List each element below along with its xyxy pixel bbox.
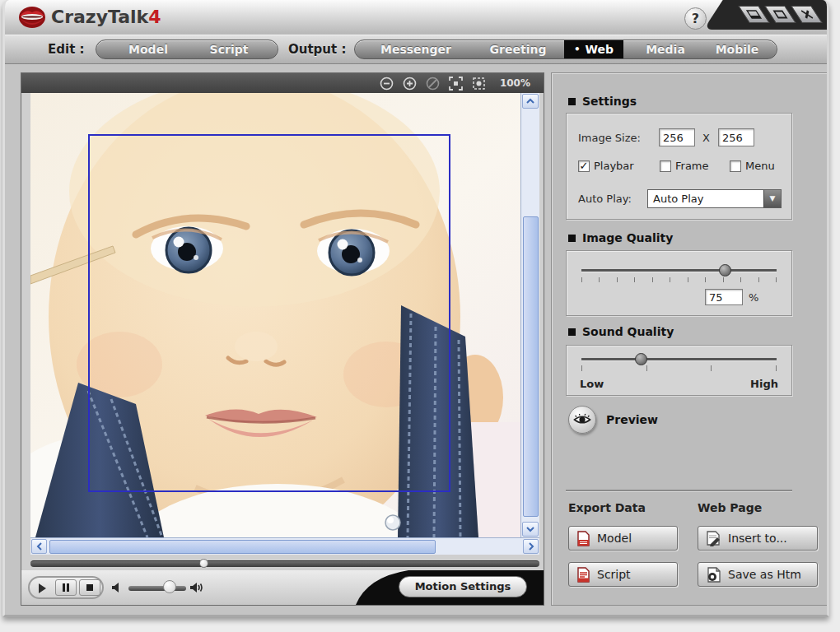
timeline-track[interactable]	[30, 560, 539, 567]
volume-low-icon[interactable]	[110, 580, 125, 595]
horizontal-scroll-thumb[interactable]	[49, 540, 436, 554]
image-height-input[interactable]	[718, 128, 754, 146]
play-icon	[37, 583, 47, 594]
zoom-out-icon[interactable]	[380, 77, 394, 91]
chevron-up-icon	[526, 98, 534, 105]
minimize-icon	[745, 10, 762, 19]
photo-canvas[interactable]	[30, 93, 520, 537]
volume-slider-handle[interactable]	[163, 580, 176, 593]
tab-greeting[interactable]: Greeting	[475, 40, 561, 58]
play-button[interactable]	[31, 580, 53, 597]
vertical-scroll-thumb[interactable]	[523, 216, 539, 517]
output-label: Output :	[288, 42, 346, 57]
transport-bar: Motion Settings	[21, 570, 544, 605]
checkbox-empty-icon	[660, 160, 671, 172]
tab-messenger[interactable]: Messenger	[366, 40, 465, 58]
playback-controls	[28, 576, 104, 599]
close-icon	[799, 10, 814, 19]
export-data-label: Export Data	[568, 501, 646, 514]
edit-label: Edit :	[48, 42, 85, 57]
maximize-button[interactable]	[764, 6, 796, 23]
sound-quality-slider-handle[interactable]	[635, 353, 647, 365]
scroll-left-button[interactable]	[31, 539, 47, 554]
volume-slider-track[interactable]	[128, 586, 186, 591]
tab-script[interactable]: Script	[192, 40, 266, 58]
vertical-scrollbar[interactable]	[520, 93, 539, 537]
motion-settings-button[interactable]: Motion Settings	[399, 576, 527, 597]
scroll-down-button[interactable]	[522, 522, 539, 537]
section-bullet-icon	[568, 328, 576, 336]
sound-quality-slider-track[interactable]	[581, 358, 777, 360]
stop-button[interactable]	[79, 579, 100, 596]
frame-checkbox[interactable]: Frame	[660, 160, 709, 172]
image-quality-group-box: %	[566, 250, 792, 316]
insert-to-button[interactable]: Insert to...	[698, 526, 818, 551]
zoom-in-icon[interactable]	[403, 77, 417, 91]
checkbox-empty-icon	[730, 160, 741, 172]
web-output-panel: Settings Image Size: X ✓ Playbar Frame M…	[551, 72, 829, 606]
image-quality-slider-handle[interactable]	[719, 264, 731, 276]
section-divider	[566, 490, 792, 491]
checkbox-check-icon: ✓	[578, 160, 590, 172]
sound-low-label: Low	[580, 378, 604, 390]
image-quality-value-input[interactable]	[705, 289, 743, 305]
zoom-disabled-icon[interactable]	[426, 77, 440, 91]
settings-section-header: Settings	[568, 95, 637, 108]
image-size-label: Image Size:	[578, 132, 641, 144]
playbar-checkbox[interactable]: ✓ Playbar	[578, 160, 634, 172]
preview-button[interactable]	[568, 406, 596, 434]
save-as-htm-button[interactable]: Save as Htm	[698, 562, 818, 587]
image-width-input[interactable]	[659, 128, 695, 146]
output-button-group: Messenger Greeting •Web Media Mobile	[354, 40, 777, 59]
settings-group-box: Image Size: X ✓ Playbar Frame Menu Auto …	[566, 113, 792, 220]
fit-window-icon[interactable]	[449, 77, 463, 91]
chevron-right-icon	[528, 542, 534, 551]
menu-checkbox[interactable]: Menu	[730, 160, 775, 172]
script-file-icon	[576, 567, 590, 583]
sound-quality-ticks	[581, 365, 777, 371]
viewer-toolbar: 100%	[21, 73, 544, 93]
preview-label: Preview	[606, 413, 658, 426]
app-title: CrazyTalk4	[51, 7, 161, 27]
image-quality-ticks	[581, 277, 777, 282]
section-bullet-icon	[568, 235, 576, 242]
lips-logo-icon	[18, 5, 46, 30]
timeline-handle[interactable]	[199, 559, 208, 568]
save-page-icon	[706, 567, 721, 583]
dropdown-arrow-icon[interactable]: ▼	[763, 190, 781, 207]
chevron-down-icon	[526, 526, 534, 532]
scroll-up-button[interactable]	[522, 94, 539, 109]
auto-play-label: Auto Play:	[578, 193, 632, 205]
fit-face-icon[interactable]	[472, 77, 486, 91]
face-selection-box[interactable]	[88, 134, 450, 492]
tab-model[interactable]: Model	[111, 40, 185, 58]
tab-mobile[interactable]: Mobile	[704, 40, 770, 58]
insert-page-icon	[706, 531, 721, 546]
chevron-left-icon	[36, 542, 43, 551]
playback-timeline	[30, 558, 539, 569]
volume-high-icon[interactable]	[189, 580, 204, 595]
section-bullet-icon	[568, 98, 576, 105]
web-page-label: Web Page	[698, 501, 762, 514]
pause-button[interactable]	[55, 579, 77, 596]
model-file-icon	[576, 531, 590, 546]
maximize-icon	[772, 10, 788, 19]
export-script-button[interactable]: Script	[568, 562, 678, 587]
auto-play-value: Auto Play	[653, 193, 703, 205]
image-quality-slider-track[interactable]	[581, 269, 777, 272]
title-bar: CrazyTalk4 ?	[5, 0, 827, 35]
tab-web-selected[interactable]: •Web	[564, 40, 623, 58]
scroll-right-button[interactable]	[523, 539, 539, 554]
tab-media[interactable]: Media	[630, 40, 701, 58]
main-toolbar: Edit : Model Script Output : Messenger G…	[5, 35, 827, 64]
sound-high-label: High	[750, 378, 778, 390]
auto-play-dropdown[interactable]: Auto Play ▼	[647, 189, 782, 208]
image-quality-section-header: Image Quality	[568, 231, 673, 244]
help-button[interactable]: ?	[684, 7, 707, 30]
pause-icon	[62, 583, 70, 592]
selected-bullet: •	[574, 44, 581, 55]
export-model-button[interactable]: Model	[568, 526, 678, 551]
image-viewer: 100%	[21, 72, 544, 606]
edit-button-group: Model Script	[96, 40, 278, 59]
horizontal-scrollbar[interactable]	[30, 537, 539, 555]
